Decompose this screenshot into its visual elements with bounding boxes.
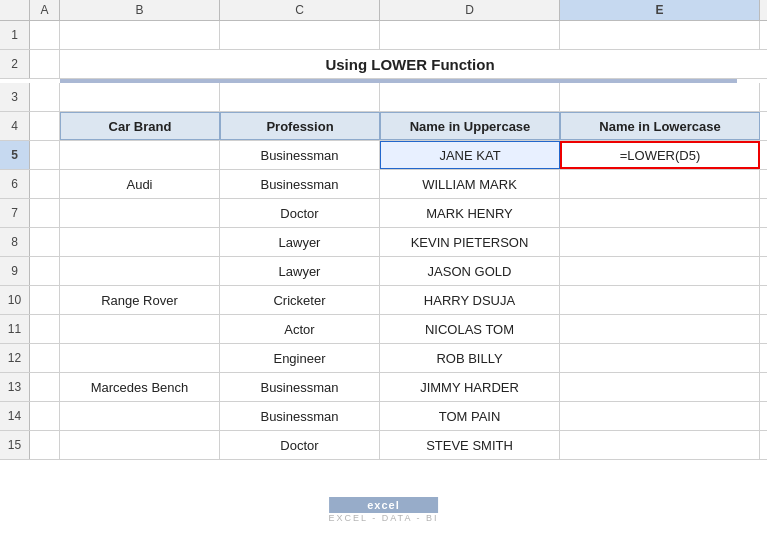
table-row: 7 Doctor MARK HENRY	[0, 199, 767, 228]
cell-e9[interactable]	[560, 257, 760, 285]
cell-a11[interactable]	[30, 315, 60, 343]
row-num-9: 9	[0, 257, 30, 285]
row-num-12: 12	[0, 344, 30, 372]
cell-a2[interactable]	[30, 50, 60, 78]
cell-d12[interactable]: ROB BILLY	[380, 344, 560, 372]
row-num-14: 14	[0, 402, 30, 430]
cell-d13[interactable]: JIMMY HARDER	[380, 373, 560, 401]
cell-a6[interactable]	[30, 170, 60, 198]
cell-e14[interactable]	[560, 402, 760, 430]
cell-e15[interactable]	[560, 431, 760, 459]
table-row: 9 Lawyer JASON GOLD	[0, 257, 767, 286]
cell-a15[interactable]	[30, 431, 60, 459]
cell-a3[interactable]	[30, 83, 60, 111]
cell-d15[interactable]: STEVE SMITH	[380, 431, 560, 459]
col-header-b[interactable]: B	[60, 0, 220, 20]
cell-a13[interactable]	[30, 373, 60, 401]
cell-a8[interactable]	[30, 228, 60, 256]
cell-c14[interactable]: Businessman	[220, 402, 380, 430]
table-row: 12 Engineer ROB BILLY	[0, 344, 767, 373]
cell-c11[interactable]: Actor	[220, 315, 380, 343]
cell-a7[interactable]	[30, 199, 60, 227]
cell-e10[interactable]	[560, 286, 760, 314]
cell-b10[interactable]: Range Rover	[60, 286, 220, 314]
cell-b1[interactable]	[60, 21, 220, 49]
cell-c1[interactable]	[220, 21, 380, 49]
col-header-d[interactable]: D	[380, 0, 560, 20]
cell-e3[interactable]	[560, 83, 760, 111]
cell-c6[interactable]: Businessman	[220, 170, 380, 198]
col-header-a[interactable]: A	[30, 0, 60, 20]
cell-e5[interactable]: =LOWER(D5)	[560, 141, 760, 169]
table-row: 11 Actor NICOLAS TOM	[0, 315, 767, 344]
cell-b6[interactable]: Audi	[60, 170, 220, 198]
cell-c7[interactable]: Doctor	[220, 199, 380, 227]
cell-a5[interactable]	[30, 141, 60, 169]
header-profession: Profession	[220, 112, 380, 140]
header-name-lowercase: Name in Lowercase	[560, 112, 760, 140]
row-num-1: 1	[0, 21, 30, 49]
header-car-brand: Car Brand	[60, 112, 220, 140]
cell-b12[interactable]	[60, 344, 220, 372]
cell-e11[interactable]	[560, 315, 760, 343]
row-num-7: 7	[0, 199, 30, 227]
cell-d6[interactable]: WILLIAM MARK	[380, 170, 560, 198]
cell-d11[interactable]: NICOLAS TOM	[380, 315, 560, 343]
cell-e8[interactable]	[560, 228, 760, 256]
table-row: 5 Businessman JANE KAT =LOWER(D5)	[0, 141, 767, 170]
cell-c13[interactable]: Businessman	[220, 373, 380, 401]
table-row: 10 Range Rover Cricketer HARRY DSUJA	[0, 286, 767, 315]
title-cell: Using LOWER Function	[60, 50, 760, 78]
col-header-e[interactable]: E	[560, 0, 760, 20]
cell-b9[interactable]	[60, 257, 220, 285]
cell-b8[interactable]	[60, 228, 220, 256]
cell-c5[interactable]: Businessman	[220, 141, 380, 169]
cell-e13[interactable]	[560, 373, 760, 401]
cell-d8[interactable]: KEVIN PIETERSON	[380, 228, 560, 256]
cell-d9[interactable]: JASON GOLD	[380, 257, 560, 285]
row-num-13: 13	[0, 373, 30, 401]
row-num-5: 5	[0, 141, 30, 169]
cell-b13[interactable]: Marcedes Bench	[60, 373, 220, 401]
cell-e7[interactable]	[560, 199, 760, 227]
cell-c12[interactable]: Engineer	[220, 344, 380, 372]
row-num-3: 3	[0, 83, 30, 111]
cell-c3[interactable]	[220, 83, 380, 111]
row-num-11: 11	[0, 315, 30, 343]
header-row: 4 Car Brand Profession Name in Uppercase…	[0, 112, 767, 141]
cell-d14[interactable]: TOM PAIN	[380, 402, 560, 430]
cell-e12[interactable]	[560, 344, 760, 372]
cell-a9[interactable]	[30, 257, 60, 285]
cell-b11[interactable]	[60, 315, 220, 343]
corner-header	[0, 0, 30, 20]
table-row: 8 Lawyer KEVIN PIETERSON	[0, 228, 767, 257]
cell-d1[interactable]	[380, 21, 560, 49]
column-headers: A B C D E	[0, 0, 767, 21]
row-num-10: 10	[0, 286, 30, 314]
row-num-4: 4	[0, 112, 30, 140]
cell-c8[interactable]: Lawyer	[220, 228, 380, 256]
cell-a14[interactable]	[30, 402, 60, 430]
cell-b3[interactable]	[60, 83, 220, 111]
row-num-2: 2	[0, 50, 30, 78]
cell-b5[interactable]	[60, 141, 220, 169]
cell-d10[interactable]: HARRY DSUJA	[380, 286, 560, 314]
cell-a12[interactable]	[30, 344, 60, 372]
cell-d3[interactable]	[380, 83, 560, 111]
cell-c9[interactable]: Lawyer	[220, 257, 380, 285]
cell-a1[interactable]	[30, 21, 60, 49]
cell-a10[interactable]	[30, 286, 60, 314]
cell-b15[interactable]	[60, 431, 220, 459]
cell-d7[interactable]: MARK HENRY	[380, 199, 560, 227]
cell-d5[interactable]: JANE KAT	[380, 141, 560, 169]
cell-e1[interactable]	[560, 21, 760, 49]
cell-a4[interactable]	[30, 112, 60, 140]
cell-c15[interactable]: Doctor	[220, 431, 380, 459]
cell-b7[interactable]	[60, 199, 220, 227]
cell-b14[interactable]	[60, 402, 220, 430]
row-num-6: 6	[0, 170, 30, 198]
col-header-c[interactable]: C	[220, 0, 380, 20]
table-row: 14 Businessman TOM PAIN	[0, 402, 767, 431]
cell-c10[interactable]: Cricketer	[220, 286, 380, 314]
cell-e6[interactable]	[560, 170, 760, 198]
